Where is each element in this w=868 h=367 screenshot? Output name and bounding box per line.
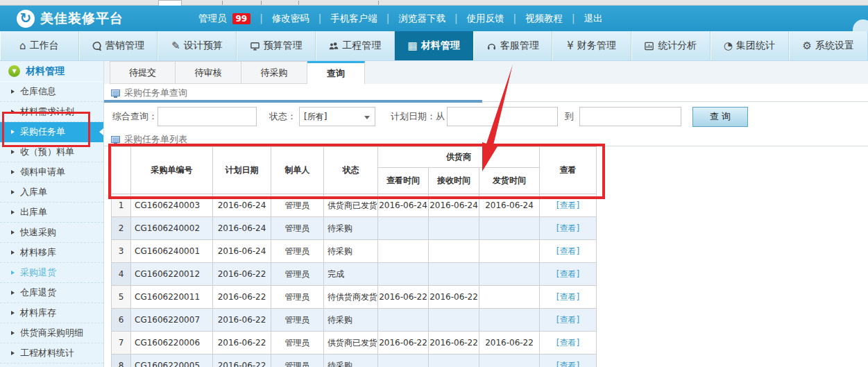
cell-ship-time: [479, 355, 540, 367]
cell-ship-time: 2016-06-22: [479, 332, 540, 355]
tab-pending-purchase[interactable]: 待采购: [241, 61, 307, 84]
caret-right-icon: [11, 89, 15, 94]
cell-view: [查看]: [540, 286, 597, 309]
view-link[interactable]: [查看]: [556, 338, 579, 348]
sidebar-item-label: 采购任务单: [20, 126, 65, 138]
row-index: 8: [112, 355, 131, 367]
row-index: 5: [112, 286, 131, 309]
sidebar-item[interactable]: 材料库存: [0, 303, 103, 323]
tab-pending-submit[interactable]: 待提交: [110, 61, 176, 84]
cell-plan-date: 2016-06-22: [213, 332, 271, 355]
sidebar-item[interactable]: 采购退货: [0, 263, 103, 283]
nav-tab-label: 财务管理: [577, 40, 616, 52]
status-select[interactable]: [所有]: [299, 107, 375, 126]
view-link[interactable]: [查看]: [556, 269, 579, 279]
cell-maker: 管理员: [271, 332, 324, 355]
nav-tab-label: 预算管理: [264, 40, 303, 52]
sidebar-item-label: 材料移库: [20, 246, 56, 259]
topbar-menu-item[interactable]: 修改密码: [250, 12, 309, 25]
nav-tab-budget[interactable]: 预算管理: [237, 31, 316, 60]
date-from-input[interactable]: [447, 107, 558, 126]
cell-view-time: 2016-06-22: [378, 286, 429, 309]
caret-right-icon: [11, 230, 15, 234]
status-select-value: [所有]: [304, 111, 327, 123]
cell-view-time: [378, 240, 429, 263]
cell-view: [查看]: [540, 194, 597, 217]
cell-status: 待采购: [324, 355, 378, 367]
cell-view-time: [378, 309, 429, 332]
nav-tab-workbench[interactable]: ⌂ 工作台: [0, 31, 79, 60]
view-link[interactable]: [查看]: [556, 223, 579, 233]
table-row: 7 CG1606220006 2016-06-22 管理员 供货商已发货 201…: [112, 332, 597, 355]
keyword-label: 综合查询：: [112, 110, 158, 123]
keyword-input[interactable]: [158, 107, 257, 126]
cell-receive-time: 2016-06-24: [429, 194, 479, 217]
topbar-menu-item[interactable]: 手机客户端: [309, 12, 377, 25]
topbar-menu-item[interactable]: 退出: [563, 12, 603, 25]
nav-tab-system-settings[interactable]: ⚙ 系统设置: [789, 31, 868, 60]
sidebar-header[interactable]: ▼ 材料管理: [0, 61, 103, 82]
cell-plan-date: 2016-06-22: [213, 286, 271, 309]
sidebar-item[interactable]: 领料申请单: [0, 162, 103, 182]
browser-chrome-fragment: [222, 1, 223, 5]
sidebar-item[interactable]: 收（预）料单: [0, 142, 103, 162]
cell-receive-time: [429, 240, 479, 263]
nav-tab-statistics[interactable]: 统计分析: [631, 31, 710, 60]
home-icon: ⌂: [19, 41, 26, 51]
table-row: 4 CG1606220012 2016-06-22 管理员 完成 [查看]: [112, 263, 597, 286]
sidebar-menu: 仓库信息 材料需求计划 采购任务单 收（预）料单: [0, 82, 103, 364]
sidebar-item[interactable]: 仓库信息: [0, 82, 103, 102]
nav-tab-design-budget[interactable]: ✎ 设计预算: [158, 31, 237, 60]
sidebar-item[interactable]: 仓库退货: [0, 283, 103, 303]
search-button[interactable]: 查 询: [692, 107, 748, 127]
cell-view: [查看]: [540, 332, 597, 355]
topbar-menu-item[interactable]: 浏览器下载: [377, 12, 445, 25]
notification-badge[interactable]: 99: [232, 13, 251, 24]
sidebar-item[interactable]: 采购任务单: [0, 122, 103, 142]
browser-chrome-fragment: [261, 1, 262, 5]
sidebar-item-label: 快速采购: [20, 226, 56, 239]
view-link[interactable]: [查看]: [556, 361, 579, 367]
view-link[interactable]: [查看]: [556, 292, 579, 302]
browser-chrome-fragment: [158, 0, 182, 6]
nav-tab-finance[interactable]: ¥ 财务管理: [552, 31, 631, 60]
section-header-query: 采购任务单查询: [104, 84, 868, 102]
nav-tab-marketing[interactable]: 营销管理: [79, 31, 158, 60]
status-label: 状态：: [269, 110, 296, 123]
cell-status: 待采购: [324, 217, 378, 240]
sidebar-item[interactable]: 工程材料统计: [0, 343, 103, 364]
caret-right-icon: [11, 130, 15, 134]
col-header-status: 状态: [324, 147, 378, 194]
cell-ship-time: [479, 240, 540, 263]
sidebar-item[interactable]: 材料需求计划: [0, 102, 103, 122]
plan-date-label: 计划日期：从: [391, 110, 445, 123]
cell-ship-time: [479, 217, 540, 240]
col-header-maker: 制单人: [271, 147, 324, 194]
sidebar-item[interactable]: 快速采购: [0, 223, 103, 243]
tab-query[interactable]: 查询: [307, 61, 365, 84]
sidebar-item-label: 材料库存: [20, 307, 56, 319]
topbar-menu-item[interactable]: 视频教程: [504, 12, 563, 25]
table-row: 2 CG1606240002 2016-06-24 管理员 待采购 [查看]: [112, 217, 597, 240]
cell-order-code: CG1606240001: [131, 240, 213, 263]
cell-plan-date: 2016-06-22: [213, 309, 271, 332]
nav-tab-group-stats[interactable]: ◔ 集团统计: [710, 31, 790, 60]
date-to-input[interactable]: [579, 107, 681, 126]
grid-icon: ▦: [407, 41, 417, 51]
yen-icon: ¥: [567, 41, 574, 51]
col-header-index: [112, 147, 131, 194]
view-link[interactable]: [查看]: [556, 246, 579, 256]
view-link[interactable]: [查看]: [556, 315, 579, 325]
view-link[interactable]: [查看]: [556, 200, 579, 210]
topbar-menu-item[interactable]: 使用反馈: [445, 12, 504, 25]
nav-tab-label: 集团统计: [736, 40, 775, 52]
sidebar-item[interactable]: 供货商采购明细: [0, 323, 103, 343]
nav-tab-engineering[interactable]: 工程管理: [316, 31, 395, 60]
sidebar-item[interactable]: 材料移库: [0, 243, 103, 263]
sidebar-item[interactable]: 入库单: [0, 182, 103, 203]
sidebar-item[interactable]: 出库单: [0, 203, 103, 223]
nav-tab-materials[interactable]: ▦ 材料管理: [395, 31, 474, 60]
sidebar-item-label: 入库单: [20, 186, 47, 198]
nav-tab-customer-service[interactable]: 客服管理: [473, 31, 552, 60]
tab-pending-review[interactable]: 待审核: [176, 61, 241, 84]
